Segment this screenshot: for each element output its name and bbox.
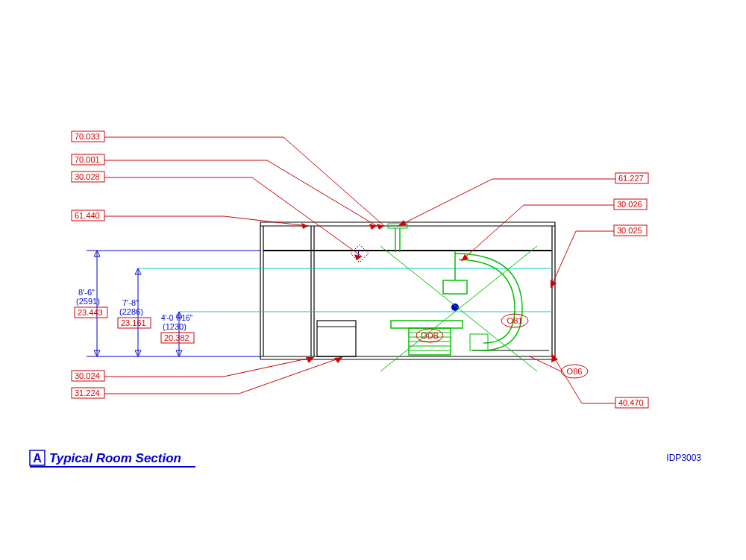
callout-40-470-text: 40.470 (618, 398, 644, 407)
label-o86-text: O86 (567, 367, 583, 376)
svg-line-71 (552, 354, 582, 403)
svg-line-50 (252, 177, 362, 257)
callout-31-224: 31.224 (72, 357, 342, 398)
svg-rect-24 (391, 321, 463, 328)
svg-line-62 (398, 179, 492, 226)
dim1-mm: (2591) (76, 297, 100, 306)
dimension-3: 4'-0 7/16" (1230) 20.382 (161, 312, 194, 356)
svg-line-56 (224, 357, 314, 377)
dim1-imp: 8'-6" (78, 288, 95, 297)
callout-30-026-text: 30.026 (617, 200, 642, 209)
dim2-ref: 23.161 (121, 318, 146, 327)
svg-line-68 (551, 231, 576, 288)
l-badge: L (351, 245, 369, 262)
callout-31-224-text: 31.224 (75, 388, 100, 397)
svg-line-47 (267, 160, 377, 226)
dim3-imp: 4'-0 7/16" (161, 314, 193, 322)
room-outline (260, 222, 555, 359)
label-odb-text: ODB (421, 331, 439, 340)
callout-30-024: 30.024 (72, 357, 314, 381)
callout-30-028-text: 30.028 (75, 172, 100, 181)
callout-30-024-text: 30.024 (75, 371, 100, 380)
dimension-2: 7'-8" (2286) 23.161 (118, 268, 151, 356)
title-letter: A (33, 452, 42, 465)
dim3-ref: 20.382 (164, 333, 189, 342)
reference-lines (138, 268, 552, 312)
svg-line-65 (461, 205, 524, 261)
equipment-c-arm: L (351, 224, 537, 371)
callout-40-470: 40.470 (551, 354, 648, 408)
title-block: A Typical Room Section (30, 450, 195, 467)
svg-rect-20 (443, 280, 467, 294)
dim1-ref: 23.443 (78, 308, 103, 317)
dim2-mm: (2286) (119, 307, 143, 316)
title-text: Typical Room Section (49, 451, 181, 465)
svg-rect-11 (317, 321, 356, 356)
dim3-mm: (1230) (163, 322, 186, 331)
svg-line-53 (224, 216, 308, 226)
svg-rect-23 (470, 334, 488, 350)
svg-line-44 (283, 137, 384, 226)
dim2-imp: 7'-8" (122, 298, 139, 307)
drawing-id: IDP3003 (666, 453, 701, 463)
callout-61-440-text: 61.440 (75, 211, 100, 220)
callout-70-033: 70.033 (72, 131, 384, 230)
callout-61-227: 61.227 (398, 173, 648, 226)
equipment-label-o81: O81 (501, 314, 528, 327)
callout-70-033-text: 70.033 (75, 132, 100, 141)
callout-30-025-text: 30.025 (617, 226, 642, 235)
svg-line-59 (239, 357, 342, 394)
callout-30-025: 30.025 (551, 225, 647, 288)
callout-70-001-text: 70.001 (75, 155, 100, 164)
callout-70-001: 70.001 (72, 154, 377, 230)
equipment-label-odb: ODB (416, 329, 443, 342)
callout-61-227-text: 61.227 (618, 174, 644, 183)
drawing-canvas: L ODB O81 O86 (0, 0, 746, 560)
label-o81-text: O81 (507, 316, 523, 325)
